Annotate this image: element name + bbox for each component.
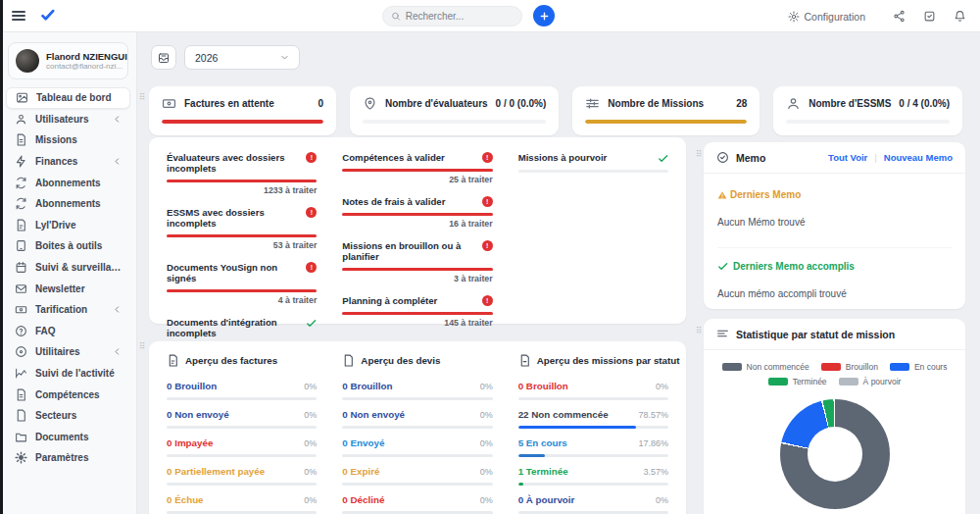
alert-badge-icon: ! <box>482 295 493 306</box>
year-select[interactable]: 2026 <box>184 45 300 70</box>
search-input[interactable] <box>406 11 514 22</box>
memo-done-empty: Aucun mémo accompli trouvé <box>717 288 952 299</box>
target-icon <box>15 345 27 358</box>
sidebar-item-documents[interactable]: Documents <box>6 427 130 448</box>
lightning-icon <box>15 155 27 168</box>
kpi-progress-bar <box>585 120 747 124</box>
chevron-left-icon <box>113 157 122 166</box>
year-select-value: 2026 <box>195 52 280 64</box>
alert-badge-icon: ! <box>306 262 317 273</box>
status-row: 0 Non envoyé0% <box>342 409 492 429</box>
sidebar-item-utilitaires[interactable]: Utilitaires <box>6 341 130 363</box>
sidebar-item-abonnements-2[interactable]: Abonnements <box>6 193 130 215</box>
user-icon <box>786 96 801 111</box>
gear-icon <box>788 11 800 23</box>
sidebar-item-tableau-de-bord[interactable]: Tableau de bord <box>6 87 130 109</box>
plus-icon <box>539 11 550 22</box>
task-notes-de-frais-a-valider[interactable]: Notes de frais à valider! 16 à traiter <box>342 196 492 229</box>
missions-overview-title: Aperçu des missions par statut <box>537 355 680 366</box>
tasks-panel: Évaluateurs avec dossiers incomplets! 12… <box>149 137 686 324</box>
chevron-left-icon <box>113 305 122 314</box>
sidebar-item-competences[interactable]: Compétences <box>6 384 130 405</box>
drag-handle-icon[interactable]: ⠿ <box>139 342 146 351</box>
sidebar-item-tarification[interactable]: Tarification <box>6 299 130 321</box>
status-row: 0 Échue0% <box>167 494 317 514</box>
chevron-left-icon <box>113 347 122 356</box>
memo-see-all-link[interactable]: Tout Voir <box>828 152 867 163</box>
task-missions-brouillon-a-planifier[interactable]: Missions en brouillon ou à planifier! 3 … <box>342 240 492 283</box>
file-text-icon <box>15 133 27 146</box>
search-bar[interactable] <box>382 6 522 26</box>
memo-new-link[interactable]: Nouveau Memo <box>884 152 953 163</box>
status-row: 0 Impayée0% <box>167 437 317 457</box>
chart-legend: Non commencée Brouillon En cours Terminé… <box>704 362 965 386</box>
folder-icon <box>15 431 27 443</box>
sidebar-item-missions[interactable]: Missions <box>6 129 130 151</box>
sidebar-item-faq[interactable]: FAQ <box>6 321 130 342</box>
sidebar-item-abonnements-1[interactable]: Abonnements <box>6 172 130 193</box>
gear-icon <box>15 451 27 464</box>
task-competences-a-valider[interactable]: Compétences à valider! 25 à traiter <box>342 152 492 184</box>
user-icon <box>15 113 27 126</box>
cash-icon <box>15 303 27 316</box>
activity-chart-icon <box>15 367 27 380</box>
task-missions-a-pourvoir[interactable]: Missions à pourvoir <box>518 152 668 185</box>
kpi-progress-bar <box>786 120 950 124</box>
sidebar-menu: Tableau de bord Utilisateurs Missions Fi… <box>0 87 136 469</box>
quotes-overview-title: Aperçu des devis <box>361 355 440 366</box>
drag-handle-icon[interactable]: ⠿ <box>696 327 703 335</box>
sidebar-item-parametres[interactable]: Paramètres <box>6 447 130 469</box>
sidebar-item-utilisateurs[interactable]: Utilisateurs <box>6 109 130 130</box>
alert-badge-icon: ! <box>306 207 317 218</box>
status-row: 0 Expiré0% <box>342 466 492 486</box>
status-row: 0 Brouillon0% <box>518 381 668 400</box>
drag-handle-icon[interactable]: ⠿ <box>696 150 703 159</box>
user-profile-card[interactable]: Flanord NZIENGUI contact@flanord-nzi... <box>8 42 128 79</box>
check-icon <box>306 318 317 329</box>
sidebar-item-suivi-activite[interactable]: Suivi de l'activité <box>6 363 130 385</box>
topbar: Configuration <box>0 0 980 32</box>
task-planning-a-completer[interactable]: Planning à compléter! 145 à traiter <box>342 295 492 328</box>
file-icon <box>15 219 27 231</box>
file-text-icon <box>167 354 179 367</box>
help-circle-icon <box>15 325 27 337</box>
archive-filter-button[interactable] <box>151 45 176 70</box>
alert-badge-icon: ! <box>482 152 493 163</box>
kpi-card-nombre-essms[interactable]: Nombre d'ESSMS 0 / 4 (0.0%) <box>773 86 962 135</box>
notifications-bell-icon[interactable] <box>954 10 966 23</box>
status-row: 0 Brouillon0% <box>342 381 492 400</box>
task-essms-dossiers-incomplets[interactable]: ESSMS avec dossiers incomplets! 53 à tra… <box>167 207 317 250</box>
chevron-left-icon <box>113 115 122 124</box>
configuration-button[interactable]: Configuration <box>788 11 865 23</box>
drag-handle-icon[interactable]: ⠿ <box>139 93 146 102</box>
alert-badge-icon: ! <box>306 152 317 163</box>
circle-check-icon <box>716 151 729 164</box>
app-logo-check-icon[interactable] <box>39 8 56 26</box>
sidebar-item-boites-a-outils[interactable]: Boites à outils <box>6 235 130 257</box>
archive-icon <box>158 52 170 64</box>
mail-icon <box>15 283 27 295</box>
user-email: contact@flanord-nzi... <box>46 62 127 71</box>
refresh-icon <box>15 177 27 189</box>
task-documents-yousign-non-signes[interactable]: Documents YouSign non signés! 4 à traite… <box>167 262 317 305</box>
calendar-icon <box>15 261 27 274</box>
tasks-check-icon[interactable] <box>923 10 936 23</box>
status-row: 0 Non envoyé0% <box>167 409 317 429</box>
task-evaluateurs-dossiers-incomplets[interactable]: Évaluateurs avec dossiers incomplets! 12… <box>167 152 317 195</box>
sidebar-item-secteurs[interactable]: Secteurs <box>6 405 130 427</box>
avatar <box>16 49 39 73</box>
kpi-card-nombre-missions[interactable]: Nombre de Missions 28 <box>572 86 760 135</box>
hamburger-menu-icon[interactable] <box>12 11 25 21</box>
filter-row: 2026 <box>151 45 300 70</box>
sidebar-item-suivi-surveillance[interactable]: Suivi & surveillance <box>6 257 130 279</box>
map-pin-icon <box>363 96 377 111</box>
add-button[interactable] <box>533 5 555 26</box>
kpi-card-factures-en-attente[interactable]: Factures en attente 0 <box>149 86 336 135</box>
sidebar-item-finances[interactable]: Finances <box>6 151 130 173</box>
share-icon[interactable] <box>893 10 906 23</box>
status-row: 22 Non commencée78.57% <box>518 409 668 429</box>
sidebar-item-lyldrive[interactable]: Lyl'Drive <box>6 215 130 236</box>
main-content: ⠿ ⠿ ⠿ ⠿ 2026 Factures en attente 0 Nombr… <box>137 32 980 514</box>
sidebar-item-newsletter[interactable]: Newsletter <box>6 278 130 299</box>
kpi-card-nombre-evaluateurs[interactable]: Nombre d'évaluateurs 0 / 0 (0.0%) <box>350 86 559 135</box>
